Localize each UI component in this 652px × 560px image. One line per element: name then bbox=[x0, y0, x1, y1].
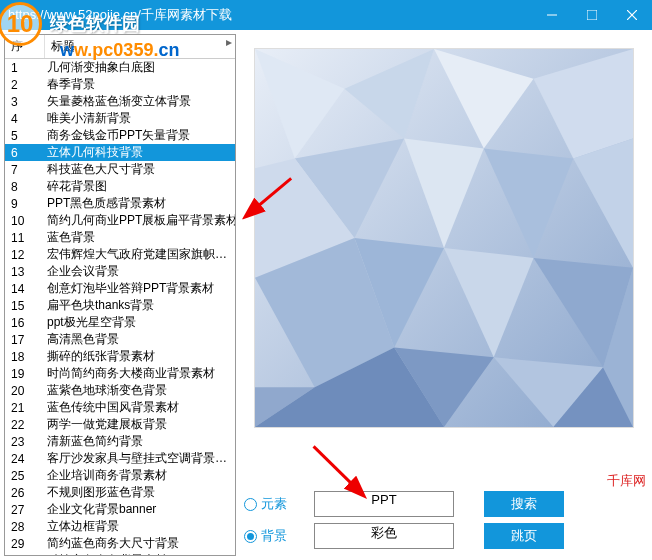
close-button[interactable] bbox=[612, 0, 652, 30]
row-title: 客厅沙发家具与壁挂式空调背景… bbox=[45, 450, 235, 467]
row-title: 扁平色块thanks背景 bbox=[45, 297, 235, 314]
row-seq: 30 bbox=[5, 554, 45, 556]
preview-area bbox=[244, 40, 644, 478]
list-row[interactable]: 5商务金钱金币PPT矢量背景 bbox=[5, 127, 235, 144]
list-row[interactable]: 3矢量菱格蓝色渐变立体背景 bbox=[5, 93, 235, 110]
list-row[interactable]: 20蓝紫色地球渐变色背景 bbox=[5, 382, 235, 399]
row-title: 几何渐变抽象白底图 bbox=[45, 59, 235, 76]
row-seq: 4 bbox=[5, 112, 45, 126]
row-title: 企业培训商务背景素材 bbox=[45, 467, 235, 484]
list-row[interactable]: 14创意灯泡毕业答辩PPT背景素材 bbox=[5, 280, 235, 297]
row-title: PPT黑色质感背景素材 bbox=[45, 195, 235, 212]
row-title: 商务金钱金币PPT矢量背景 bbox=[45, 127, 235, 144]
row-title: 科技蓝色大尺寸背景 bbox=[45, 161, 235, 178]
watermark-subtitle: 绿色软件园 bbox=[50, 12, 140, 36]
row-seq: 13 bbox=[5, 265, 45, 279]
list-row[interactable]: 1几何渐变抽象白底图 bbox=[5, 59, 235, 76]
row-title: 创意灯泡毕业答辩PPT背景素材 bbox=[45, 280, 235, 297]
radio-background-label: 背景 bbox=[261, 527, 287, 545]
list-row[interactable]: 2春季背景 bbox=[5, 76, 235, 93]
radio-element[interactable]: 元素 bbox=[244, 495, 304, 513]
list-row[interactable]: 24客厅沙发家具与壁挂式空调背景… bbox=[5, 450, 235, 467]
row-seq: 17 bbox=[5, 333, 45, 347]
row-title: 科技商务金色背景素材 bbox=[45, 552, 235, 555]
list-row[interactable]: 15扁平色块thanks背景 bbox=[5, 297, 235, 314]
header-expand-icon[interactable]: ▸ bbox=[223, 35, 235, 58]
row-title: 矢量菱格蓝色渐变立体背景 bbox=[45, 93, 235, 110]
preview-image bbox=[254, 48, 634, 428]
list-row[interactable]: 28立体边框背景 bbox=[5, 518, 235, 535]
list-row[interactable]: 26不规则图形蓝色背景 bbox=[5, 484, 235, 501]
row-seq: 12 bbox=[5, 248, 45, 262]
list-row[interactable]: 30科技商务金色背景素材 bbox=[5, 552, 235, 555]
list-body[interactable]: 1几何渐变抽象白底图2春季背景3矢量菱格蓝色渐变立体背景4唯美小清新背景5商务金… bbox=[5, 59, 235, 555]
list-row[interactable]: 18撕碎的纸张背景素材 bbox=[5, 348, 235, 365]
list-row[interactable]: 9PPT黑色质感背景素材 bbox=[5, 195, 235, 212]
row-seq: 21 bbox=[5, 401, 45, 415]
row-title: 企业文化背景banner bbox=[45, 501, 235, 518]
row-seq: 11 bbox=[5, 231, 45, 245]
row-title: 春季背景 bbox=[45, 76, 235, 93]
row-seq: 20 bbox=[5, 384, 45, 398]
row-title: 简约几何商业PPT展板扁平背景素材 bbox=[45, 212, 235, 229]
row-seq: 8 bbox=[5, 180, 45, 194]
row-seq: 9 bbox=[5, 197, 45, 211]
row-title: 蓝色背景 bbox=[45, 229, 235, 246]
row-seq: 6 bbox=[5, 146, 45, 160]
list-row[interactable]: 17高清黑色背景 bbox=[5, 331, 235, 348]
minimize-button[interactable] bbox=[532, 0, 572, 30]
maximize-button[interactable] bbox=[572, 0, 612, 30]
row-title: 简约蓝色商务大尺寸背景 bbox=[45, 535, 235, 552]
row-seq: 2 bbox=[5, 78, 45, 92]
row-seq: 3 bbox=[5, 95, 45, 109]
list-row[interactable]: 27企业文化背景banner bbox=[5, 501, 235, 518]
brand-watermark: 千库网 bbox=[607, 472, 646, 490]
row-title: ppt极光星空背景 bbox=[45, 314, 235, 331]
list-row[interactable]: 12宏伟辉煌大气政府党建国家旗帜… bbox=[5, 246, 235, 263]
row-seq: 19 bbox=[5, 367, 45, 381]
row-title: 碎花背景图 bbox=[45, 178, 235, 195]
row-seq: 29 bbox=[5, 537, 45, 551]
list-panel: 序 标题 ▸ 1几何渐变抽象白底图2春季背景3矢量菱格蓝色渐变立体背景4唯美小清… bbox=[4, 34, 236, 556]
list-row[interactable]: 10简约几何商业PPT展板扁平背景素材 bbox=[5, 212, 235, 229]
row-seq: 28 bbox=[5, 520, 45, 534]
row-title: 企业会议背景 bbox=[45, 263, 235, 280]
list-row[interactable]: 29简约蓝色商务大尺寸背景 bbox=[5, 535, 235, 552]
svg-rect-1 bbox=[587, 10, 597, 20]
row-title: 两学一做党建展板背景 bbox=[45, 416, 235, 433]
row-seq: 25 bbox=[5, 469, 45, 483]
jump-button[interactable]: 跳页 bbox=[484, 523, 564, 549]
row-title: 时尚简约商务大楼商业背景素材 bbox=[45, 365, 235, 382]
row-seq: 14 bbox=[5, 282, 45, 296]
list-row[interactable]: 13企业会议背景 bbox=[5, 263, 235, 280]
row-title: 立体边框背景 bbox=[45, 518, 235, 535]
search-button[interactable]: 搜索 bbox=[484, 491, 564, 517]
list-row[interactable]: 19时尚简约商务大楼商业背景素材 bbox=[5, 365, 235, 382]
row-seq: 26 bbox=[5, 486, 45, 500]
row-seq: 16 bbox=[5, 316, 45, 330]
list-row[interactable]: 22两学一做党建展板背景 bbox=[5, 416, 235, 433]
list-row[interactable]: 7科技蓝色大尺寸背景 bbox=[5, 161, 235, 178]
radio-background[interactable]: 背景 bbox=[244, 527, 304, 545]
row-seq: 18 bbox=[5, 350, 45, 364]
row-title: 不规则图形蓝色背景 bbox=[45, 484, 235, 501]
row-seq: 5 bbox=[5, 129, 45, 143]
row-title: 宏伟辉煌大气政府党建国家旗帜… bbox=[45, 246, 235, 263]
row-seq: 1 bbox=[5, 61, 45, 75]
keyword-input[interactable]: PPT bbox=[314, 491, 454, 517]
color-input[interactable]: 彩色 bbox=[314, 523, 454, 549]
list-row[interactable]: 21蓝色传统中国风背景素材 bbox=[5, 399, 235, 416]
row-seq: 15 bbox=[5, 299, 45, 313]
list-row[interactable]: 8碎花背景图 bbox=[5, 178, 235, 195]
list-row[interactable]: 16ppt极光星空背景 bbox=[5, 314, 235, 331]
col-header-seq[interactable]: 序 bbox=[5, 35, 45, 58]
window-controls bbox=[532, 0, 652, 30]
list-row[interactable]: 25企业培训商务背景素材 bbox=[5, 467, 235, 484]
list-row[interactable]: 11蓝色背景 bbox=[5, 229, 235, 246]
list-row[interactable]: 6立体几何科技背景 bbox=[5, 144, 235, 161]
row-seq: 23 bbox=[5, 435, 45, 449]
row-title: 高清黑色背景 bbox=[45, 331, 235, 348]
list-row[interactable]: 4唯美小清新背景 bbox=[5, 110, 235, 127]
row-seq: 22 bbox=[5, 418, 45, 432]
list-row[interactable]: 23清新蓝色简约背景 bbox=[5, 433, 235, 450]
